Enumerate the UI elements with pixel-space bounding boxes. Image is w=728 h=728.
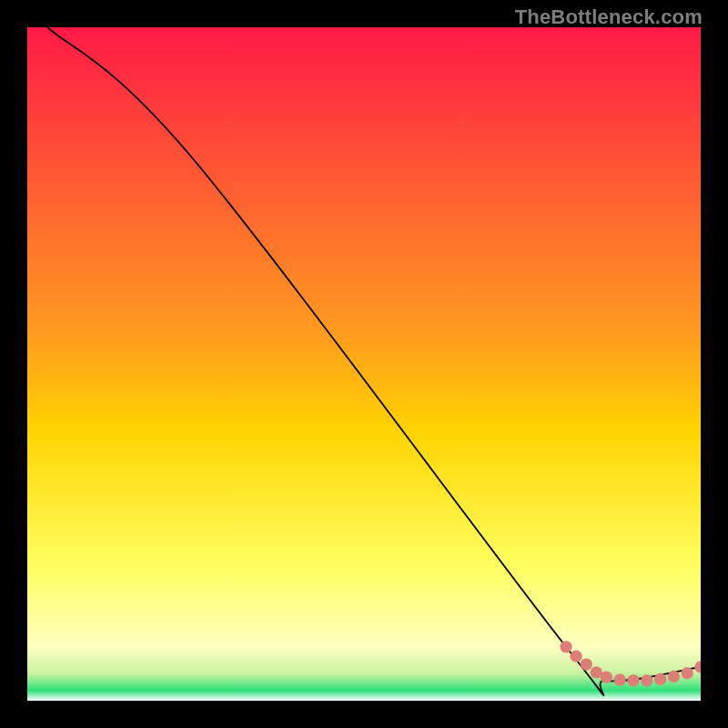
highlight-marker [668, 671, 680, 682]
highlight-marker [570, 651, 581, 662]
watermark-text: TheBottleneck.com [515, 5, 703, 29]
highlight-markers [560, 641, 701, 686]
highlight-marker [601, 671, 612, 682]
plot-area [27, 27, 701, 701]
highlight-marker [581, 658, 592, 670]
chart-svg [27, 27, 701, 701]
highlight-marker [627, 674, 639, 686]
highlight-marker [682, 667, 693, 679]
bottleneck-curve [47, 27, 701, 695]
highlight-marker [694, 661, 701, 672]
highlight-marker [654, 673, 666, 685]
chart-stage: TheBottleneck.com [0, 0, 728, 728]
highlight-marker [641, 674, 652, 686]
highlight-marker [614, 673, 626, 685]
highlight-marker [560, 641, 571, 652]
